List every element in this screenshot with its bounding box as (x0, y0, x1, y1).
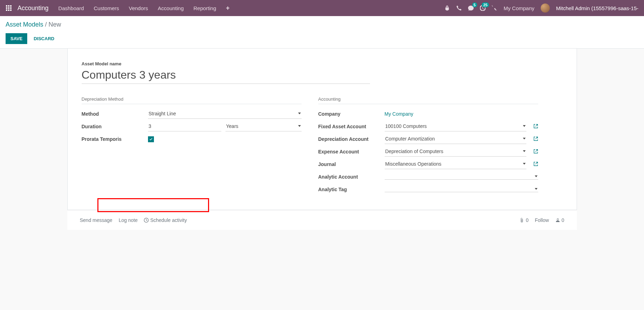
breadcrumb-sep: / (45, 21, 49, 28)
discard-button[interactable]: DISCARD (30, 33, 58, 44)
menu-customers[interactable]: Customers (94, 5, 119, 11)
chevron-down-icon (535, 175, 538, 177)
breadcrumb-current: New (49, 21, 61, 28)
prorata-label: Prorata Temporis (82, 136, 148, 142)
tools-icon[interactable] (492, 5, 497, 11)
chatter: Send message Log note Schedule activity … (67, 210, 577, 230)
journal-label: Journal (318, 161, 385, 167)
breadcrumb: Asset Models / New (6, 21, 638, 28)
schedule-activity-button[interactable]: Schedule activity (144, 217, 187, 223)
asset-model-name-input[interactable] (82, 67, 370, 84)
chevron-down-icon (523, 125, 526, 127)
title-label: Asset Model name (82, 61, 563, 66)
duration-label: Duration (82, 124, 148, 129)
depreciation-section-title: Depreciation Method (82, 96, 302, 104)
follow-button[interactable]: Follow (535, 217, 549, 223)
chevron-down-icon (523, 138, 526, 139)
chevron-down-icon (298, 113, 301, 114)
external-link-icon[interactable] (533, 149, 538, 155)
analytic-tag-select[interactable] (385, 187, 538, 192)
method-label: Method (82, 111, 148, 117)
fixed-asset-label: Fixed Asset Account (318, 124, 385, 129)
method-select[interactable]: Straight Line (148, 109, 302, 119)
msg-badge: 5 (472, 2, 477, 7)
accounting-column: Accounting Company My Company Fixed Asse… (318, 96, 538, 196)
paperclip-icon (519, 218, 524, 223)
journal-select[interactable]: Miscellaneous Operations (385, 160, 526, 169)
nav-right: 5 25 My Company Mitchell Admin (15557996… (444, 3, 638, 13)
menu-vendors[interactable]: Vendors (129, 5, 148, 11)
send-message-button[interactable]: Send message (80, 217, 112, 223)
accounting-section-title: Accounting (318, 96, 538, 104)
form-sheet: Asset Model name Depreciation Method Met… (67, 49, 577, 210)
nav-menu: Dashboard Customers Vendors Accounting R… (58, 5, 230, 12)
analytic-tag-label: Analytic Tag (318, 187, 385, 192)
messages-icon[interactable]: 5 (468, 5, 474, 11)
app-brand[interactable]: Accounting (17, 5, 49, 12)
chevron-down-icon (523, 150, 526, 152)
menu-dashboard[interactable]: Dashboard (58, 5, 84, 11)
user-name[interactable]: Mitchell Admin (15557996-saas-15- (556, 5, 638, 11)
apps-icon[interactable] (6, 5, 12, 11)
expense-account-select[interactable]: Depreciation of Computers (385, 147, 526, 157)
analytic-account-select[interactable] (385, 174, 538, 180)
duration-number-input[interactable] (148, 122, 221, 131)
clock-icon (144, 218, 149, 223)
save-button[interactable]: SAVE (6, 33, 27, 44)
chevron-down-icon (523, 163, 526, 165)
chevron-down-icon (535, 188, 538, 190)
prorata-checkbox[interactable] (148, 136, 154, 142)
log-note-button[interactable]: Log note (119, 217, 138, 223)
external-link-icon[interactable] (533, 136, 538, 142)
menu-accounting[interactable]: Accounting (158, 5, 184, 11)
plus-icon[interactable]: + (226, 5, 230, 12)
followers-button[interactable]: 0 (555, 217, 564, 223)
bug-icon[interactable] (444, 5, 450, 11)
external-link-icon[interactable] (533, 161, 538, 167)
phone-icon[interactable] (456, 5, 462, 11)
company-selector[interactable]: My Company (504, 5, 534, 11)
activity-icon[interactable]: 25 (480, 5, 486, 11)
depreciation-account-select[interactable]: Computer Amortization (385, 135, 526, 144)
company-label: Company (318, 111, 385, 117)
analytic-account-label: Analytic Account (318, 174, 385, 180)
duration-unit-select[interactable]: Years (225, 122, 302, 131)
top-nav: Accounting Dashboard Customers Vendors A… (0, 0, 644, 16)
external-link-icon[interactable] (533, 124, 538, 130)
company-value[interactable]: My Company (385, 111, 413, 117)
fixed-asset-select[interactable]: 100100 Computers (385, 122, 526, 131)
control-panel: Asset Models / New SAVE DISCARD (0, 16, 644, 49)
breadcrumb-root[interactable]: Asset Models (6, 21, 43, 28)
avatar[interactable] (541, 3, 550, 13)
attachments-button[interactable]: 0 (519, 217, 528, 223)
chevron-down-icon (298, 125, 301, 127)
depreciation-account-label: Depreciation Account (318, 136, 385, 142)
person-icon (555, 218, 560, 223)
depreciation-column: Depreciation Method Method Straight Line… (82, 96, 302, 196)
expense-account-label: Expense Account (318, 149, 385, 154)
activity-badge: 25 (482, 2, 489, 7)
menu-reporting[interactable]: Reporting (193, 5, 216, 11)
